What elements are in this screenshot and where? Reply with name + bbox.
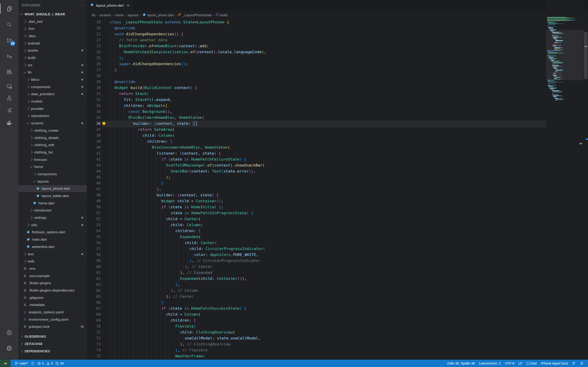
breadcrumb-item-screens[interactable]: screens: [99, 13, 111, 17]
code-line-24[interactable]: 24HomeFetched(EasyLocalization.of(contex…: [87, 49, 588, 55]
tree-item--idea[interactable]: .idea: [18, 32, 87, 40]
indentation-item[interactable]: Leerzeichen: 2: [477, 360, 503, 367]
code-line-41[interactable]: 41listener: (context, state) {: [87, 150, 588, 156]
docker-icon[interactable]: [0, 116, 18, 130]
code-line-45[interactable]: 45);: [87, 174, 588, 180]
code-editor[interactable]: 19class _LayoutPhoneState extends State<…: [87, 19, 588, 360]
code-line-48[interactable]: 48builder: (context, state) {: [87, 192, 588, 198]
remote-indicator[interactable]: ><: [0, 360, 10, 367]
tree-item--env-example[interactable]: .env.example: [18, 272, 87, 280]
tree-item-main-dart[interactable]: main.dart: [18, 236, 87, 243]
eol-item[interactable]: LF: [516, 360, 524, 367]
tree-item-clothing-details[interactable]: clothing_details: [18, 134, 87, 142]
dependencies-section[interactable]: DEPENDENCIES: [18, 347, 87, 355]
code-line-66[interactable]: 66}: [87, 300, 588, 306]
tree-item--flutter-plugins[interactable]: .flutter-plugins: [18, 279, 87, 287]
tree-item-home[interactable]: home: [18, 163, 87, 170]
source-control-icon[interactable]: 19: [0, 33, 18, 48]
code-line-49[interactable]: 49Widget child = Container();: [87, 198, 588, 204]
code-line-59[interactable]: 59), // CircularProgressIndicator: [87, 258, 588, 264]
tree-item--env[interactable]: ⚙.env: [18, 265, 87, 272]
breadcrumb-item-build[interactable]: build: [216, 13, 227, 17]
code-line-68[interactable]: 68child = Column(: [87, 311, 588, 317]
code-line-74[interactable]: 74), // Flexible: [87, 347, 588, 353]
code-line-27[interactable]: 27}: [87, 67, 588, 73]
tree-item-build[interactable]: build: [18, 54, 87, 61]
code-line-34[interactable]: 34const Background(),: [87, 109, 588, 115]
tree-item-layouts[interactable]: layouts: [18, 178, 87, 185]
code-line-35[interactable]: 35BlocBuilder<HomeBloc, HomeState>(: [87, 115, 588, 121]
minimap-viewport[interactable]: [546, 30, 583, 80]
code-line-20[interactable]: 20@override: [87, 25, 588, 31]
cursor-position-item[interactable]: Zeile 36, Spalte 38: [445, 360, 477, 367]
language-mode-item[interactable]: { } Dart: [524, 360, 539, 367]
code-line-63[interactable]: 63],: [87, 282, 588, 288]
code-line-65[interactable]: 65); // Center: [87, 294, 588, 300]
tree-item-layout-phone-dart[interactable]: layout_phone.dart: [18, 185, 87, 192]
scrollbar-slider[interactable]: [584, 32, 588, 79]
tree-item-web[interactable]: web: [18, 258, 87, 265]
code-line-56[interactable]: 56child: Center(: [87, 240, 588, 246]
tree-item-assets[interactable]: assets: [18, 47, 87, 54]
code-line-23[interactable]: 23BlocProvider.of<HomeBloc>(context).add…: [87, 43, 588, 49]
code-line-32[interactable]: 32fit: StackFit.expand,: [87, 97, 588, 103]
tree-item-layout-tablet-dart[interactable]: layout_tablet.dart: [18, 192, 87, 200]
code-line-73[interactable]: 73), // ClothingOverview: [87, 341, 588, 347]
code-line-61[interactable]: 61), // Expanded: [87, 270, 588, 276]
tree-item-analysis-options-yaml[interactable]: !analysis_options.yaml: [18, 309, 87, 316]
tree-item-pubspec-lock[interactable]: pubspec.lockM: [18, 323, 87, 331]
breadcrumb-item-lib[interactable]: lib: [92, 13, 95, 17]
code-line-38[interactable]: 38child: Column(: [87, 133, 588, 139]
tree-item-clothing-edit[interactable]: clothing_edit: [18, 141, 87, 149]
tree-item--fvm[interactable]: .fvm: [18, 25, 87, 32]
code-line-72[interactable]: 72oneCallModel: state.oneCallModel,: [87, 335, 588, 341]
tree-item-android[interactable]: android: [18, 40, 87, 47]
code-line-64[interactable]: 64), // Column: [87, 288, 588, 294]
explorer-more-actions-icon[interactable]: ···: [78, 3, 83, 7]
encoding-item[interactable]: UTF-8: [503, 360, 516, 367]
code-line-67[interactable]: 67if (state is HomeFetchSuccessState) {: [87, 306, 588, 311]
code-line-53[interactable]: 53child: Column(: [87, 222, 588, 228]
tab-close-icon[interactable]: ×: [127, 3, 129, 8]
tree-item--dart-tool[interactable]: .dart_tool: [18, 18, 87, 25]
code-line-75[interactable]: 75WeatherFrame(: [87, 353, 588, 359]
tree-item-clothing-list[interactable]: clothing_list: [18, 149, 87, 156]
code-line-30[interactable]: 30Widget build(BuildContext context) {: [87, 85, 588, 91]
code-line-60[interactable]: 60), // Center: [87, 264, 588, 270]
outline-section[interactable]: GLIEDERUNG: [18, 333, 87, 340]
code-line-46[interactable]: 46}: [87, 180, 588, 186]
code-line-47[interactable]: 47},: [87, 186, 588, 192]
tree-item-utils[interactable]: utils: [18, 221, 87, 229]
tree-item-environment-config-yaml[interactable]: !environment_config.yaml: [18, 316, 87, 323]
notifications-bell-icon[interactable]: [578, 360, 586, 367]
timeline-section[interactable]: ZEITACHSE: [18, 340, 87, 348]
breadcrumb-item-layouts[interactable]: layouts: [128, 13, 138, 17]
tree-item-models[interactable]: models: [18, 98, 87, 105]
tree-item-firebase-options-dart[interactable]: firebase_options.dart: [18, 229, 87, 236]
code-line-25[interactable]: 25);: [87, 55, 588, 61]
code-line-40[interactable]: 40BlocConsumer<HomeBloc, HomeState>(: [87, 144, 588, 150]
extensions-icon[interactable]: [0, 65, 18, 79]
run-debug-icon[interactable]: [0, 49, 18, 64]
code-line-58[interactable]: 58color: AppColors.PURE_WHITE,: [87, 252, 588, 258]
breadcrumb-item-home[interactable]: home: [115, 13, 124, 17]
tree-item-wetterfest-dart[interactable]: wetterfest.dart: [18, 243, 87, 250]
tree-item-blocs[interactable]: blocs: [18, 76, 87, 83]
sync-icon[interactable]: [30, 360, 35, 367]
problems-item[interactable]: 0 0 34: [35, 360, 66, 367]
tree-item-repositories[interactable]: repositories: [18, 112, 87, 120]
settings-gear-icon[interactable]: ⚙: [0, 341, 18, 356]
tree-item-what-should-i-wear[interactable]: WHAT_SHOULD_I_WEAR: [18, 10, 87, 18]
code-line-28[interactable]: 28: [87, 73, 588, 79]
tree-item-introducion[interactable]: introducion: [18, 207, 87, 214]
code-line-29[interactable]: 29@override: [87, 79, 588, 85]
code-line-69[interactable]: 69children: [: [87, 317, 588, 323]
code-line-36[interactable]: 36builder: (context, state) {: [87, 121, 588, 127]
tree-item-ios[interactable]: ios: [18, 61, 87, 69]
search-icon[interactable]: [0, 17, 18, 32]
tree-item-settings[interactable]: settings: [18, 214, 87, 221]
code-line-57[interactable]: 57child: CircularProgressIndicator(: [87, 246, 588, 252]
testing-icon[interactable]: [0, 91, 18, 105]
code-line-33[interactable]: 33children: <Widget>[: [87, 103, 588, 109]
code-line-22[interactable]: 22// fetch weather data: [87, 37, 588, 43]
